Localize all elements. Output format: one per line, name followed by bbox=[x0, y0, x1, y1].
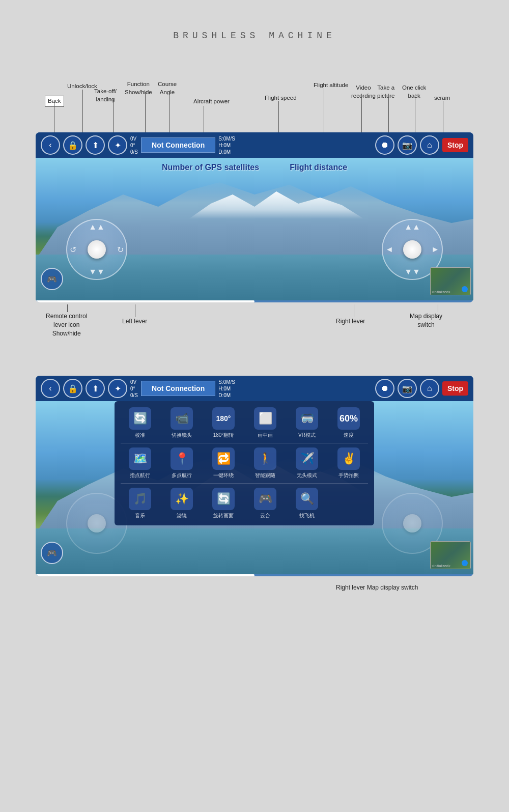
video-record-2[interactable]: ⏺ bbox=[375, 379, 394, 398]
video-record-button[interactable]: ⏺ bbox=[375, 135, 394, 155]
vline-altitude bbox=[324, 88, 324, 132]
menu-item-headless[interactable]: ✈️ 无头模式 bbox=[288, 447, 326, 479]
gimbal-icon[interactable]: 🎮 bbox=[254, 488, 276, 510]
menu-item-vr[interactable]: 🥽 VR模式 bbox=[288, 407, 326, 439]
stop-button-2[interactable]: Stop bbox=[442, 381, 468, 396]
left-up-arrow: ▲▲ bbox=[89, 222, 105, 232]
height-display: H:0M bbox=[218, 143, 235, 148]
left-joystick[interactable]: ▲▲ ▼▼ ↺ ↻ bbox=[66, 219, 127, 280]
switch-lens-icon[interactable]: 📹 bbox=[171, 407, 193, 430]
menu-item-gimbal[interactable]: 🎮 云台 bbox=[246, 488, 285, 519]
speed-display: S:0M/S bbox=[218, 136, 235, 142]
pip-label: 画中画 bbox=[258, 432, 273, 439]
gps-satellites-label: Number of GPS satellites bbox=[162, 163, 259, 172]
left-joystick-outer[interactable]: ▲▲ ▼▼ ↺ ↻ bbox=[66, 219, 127, 280]
brand-title: BRUSHLESS MACHINE bbox=[173, 31, 336, 41]
stop-button[interactable]: Stop bbox=[442, 138, 468, 152]
voltage-display: 0V bbox=[130, 136, 138, 142]
flip-icon[interactable]: 180° bbox=[212, 407, 235, 430]
drone-button-2[interactable]: ✦ bbox=[108, 379, 127, 398]
rotate-icon[interactable]: 🔄 bbox=[212, 488, 235, 510]
progress-fill-2 bbox=[36, 574, 254, 576]
menu-item-orbit[interactable]: 🔁 一键环绕 bbox=[204, 447, 243, 479]
speed-icon[interactable]: 60% bbox=[337, 407, 360, 430]
vr-icon[interactable]: 🥽 bbox=[296, 407, 318, 430]
vline-unlock bbox=[82, 90, 83, 132]
callout-course: CourseAngle bbox=[158, 80, 177, 96]
menu-item-rotate[interactable]: 🔄 旋转画面 bbox=[204, 488, 243, 519]
camera-2[interactable]: 📷 bbox=[398, 379, 417, 398]
menu-item-pip[interactable]: ⬜ 画中画 bbox=[246, 407, 285, 439]
lock-button-2[interactable]: 🔒 bbox=[63, 379, 82, 398]
back-button[interactable]: ‹ bbox=[41, 135, 60, 155]
return-2[interactable]: ⌂ bbox=[420, 379, 439, 398]
map-thumbnail[interactable]: <initialized> bbox=[430, 267, 471, 295]
pip-icon[interactable]: ⬜ bbox=[254, 407, 276, 430]
menu-item-waypoint[interactable]: 🗺️ 指点航行 bbox=[121, 447, 159, 479]
menu-divider-1 bbox=[121, 443, 368, 443]
callout-aircraft-power: Aircraft power bbox=[193, 98, 230, 106]
menu-item-filter[interactable]: ✨ 滤镜 bbox=[162, 488, 201, 519]
callout-scram: scram bbox=[434, 94, 450, 102]
vline-left-lever bbox=[135, 304, 135, 317]
vline-function bbox=[145, 92, 146, 132]
music-icon[interactable]: 🎵 bbox=[129, 488, 151, 510]
rate-display: 0/S bbox=[130, 149, 138, 155]
calibrate-icon[interactable]: 🔄 bbox=[129, 407, 151, 430]
camera-button[interactable]: 📷 bbox=[398, 135, 417, 155]
menu-item-calibrate[interactable]: 🔄 校准 bbox=[121, 407, 159, 439]
waypoint-icon[interactable]: 🗺️ bbox=[129, 447, 151, 470]
menu-item-gesture[interactable]: ✌️ 手势拍照 bbox=[329, 447, 368, 479]
remote-icon-button-2[interactable]: 🎮 bbox=[41, 542, 63, 564]
find-icon[interactable]: 🔍 bbox=[296, 488, 318, 510]
remote-label: Remote controllever iconShow/hide bbox=[46, 312, 87, 338]
switch-lens-label: 切换镜头 bbox=[172, 432, 192, 439]
right-down-arrow: ▼▼ bbox=[404, 267, 420, 276]
flip-label: 180°翻转 bbox=[213, 432, 234, 439]
map-thumbnail-2[interactable]: <initialized> bbox=[430, 541, 471, 569]
voltage-2: 0V bbox=[130, 379, 138, 385]
lock-button[interactable]: 🔒 bbox=[63, 135, 82, 155]
filter-icon[interactable]: ✨ bbox=[171, 488, 193, 510]
left-right-arrow: ↻ bbox=[117, 245, 124, 255]
remote-icon-button[interactable]: 🎮 bbox=[41, 268, 63, 290]
takeoff-button-2[interactable]: ⬆ bbox=[86, 379, 105, 398]
scenic-background-2: 🎮 <initialized> bbox=[36, 401, 473, 574]
back-button-2[interactable]: ‹ bbox=[41, 379, 60, 398]
menu-item-find[interactable]: 🔍 找飞机 bbox=[288, 488, 326, 519]
headless-icon[interactable]: ✈️ bbox=[296, 447, 318, 470]
follow-icon[interactable]: 🚶 bbox=[254, 447, 276, 470]
vline-video bbox=[361, 94, 362, 132]
gesture-icon[interactable]: ✌️ bbox=[337, 447, 360, 470]
phone-screen-1: ‹ 🔒 ⬆ ✦ 0V 0° 0/S Not C bbox=[36, 132, 473, 302]
vline-map bbox=[438, 304, 438, 312]
right-joystick-knob[interactable] bbox=[403, 240, 421, 259]
waypoint-label: 指点航行 bbox=[130, 472, 150, 479]
vline-pic bbox=[388, 94, 389, 132]
remote-icon[interactable]: 🎮 bbox=[41, 268, 63, 290]
takeoff-button[interactable]: ⬆ bbox=[86, 135, 105, 155]
menu-item-music[interactable]: 🎵 音乐 bbox=[121, 488, 159, 519]
menu-item-speed[interactable]: 60% 速度 bbox=[329, 407, 368, 439]
vline-takeoff bbox=[113, 98, 114, 132]
menu-item-180-flip[interactable]: 180° 180°翻转 bbox=[204, 407, 243, 439]
filter-label: 滤镜 bbox=[177, 512, 187, 519]
menu-item-multipoint[interactable]: 📍 多点航行 bbox=[162, 447, 201, 479]
menu-divider-2 bbox=[121, 483, 368, 484]
vline-course bbox=[169, 91, 169, 132]
orbit-icon[interactable]: 🔁 bbox=[212, 447, 235, 470]
return-button[interactable]: ⌂ bbox=[420, 135, 439, 155]
follow-label: 智能跟随 bbox=[255, 472, 275, 479]
left-joystick-knob[interactable] bbox=[88, 240, 106, 259]
flight-distance-label: Flight distance bbox=[290, 163, 347, 172]
diagram-2: ‹ 🔒 ⬆ ✦ 0V 0° 0/S Not Connection bbox=[36, 376, 473, 609]
multipoint-icon[interactable]: 📍 bbox=[171, 447, 193, 470]
drone-button[interactable]: ✦ bbox=[108, 135, 127, 155]
left-joystick-knob-2[interactable] bbox=[88, 514, 106, 533]
menu-item-follow[interactable]: 🚶 智能跟随 bbox=[246, 447, 285, 479]
menu-item-switch-lens[interactable]: 📹 切换镜头 bbox=[162, 407, 201, 439]
right-joystick-knob-2[interactable] bbox=[403, 514, 421, 533]
callout-flight-speed: Flight speed bbox=[265, 94, 297, 102]
remote-icon-2[interactable]: 🎮 bbox=[41, 542, 63, 564]
menu-row-2: 🗺️ 指点航行 📍 多点航行 🔁 一键环绕 bbox=[121, 447, 368, 479]
